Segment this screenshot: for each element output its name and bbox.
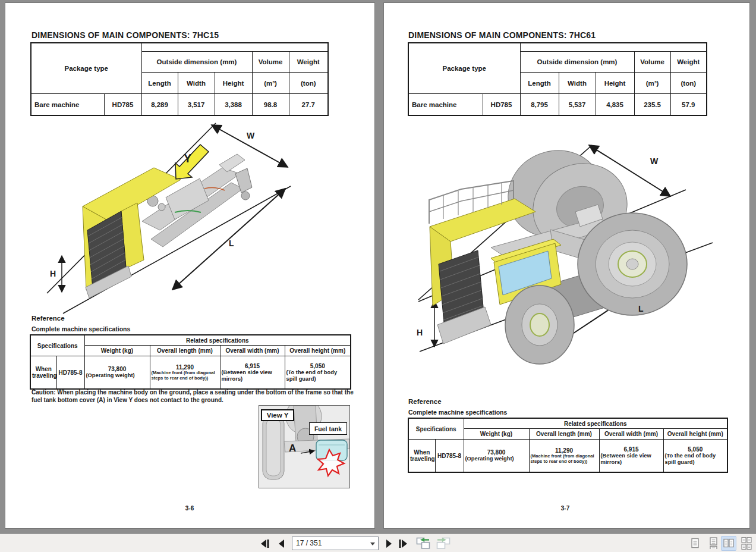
weight-unit-header: (ton) [670,73,707,94]
width-value-cell: 3,517 [178,94,215,116]
continuous-page-icon [708,537,719,550]
single-page-icon [690,537,700,550]
length-data-cell: 11,290 (Machine front (from diagonal ste… [150,356,220,390]
weight-header: Weight [289,52,328,73]
overall-width-col-header: Overall width (mm) [599,429,663,440]
volume-unit-header: (m³) [252,73,289,94]
length-note: (Machine front (from diagonal steps to r… [152,371,219,381]
page-number-value: 17 / 351 [296,539,322,547]
viewer-toolbar: 17 / 351 [0,534,756,552]
height-header: Height [596,73,634,94]
weight-header: Weight [670,52,707,73]
weight-note: (Operating weight) [465,456,528,462]
dim-label-h: H [50,269,56,278]
outside-dimension-header: Outside dimension (mm) [141,52,252,73]
reference-heading: Reference [408,398,442,405]
page-title: DIMENSIONS OF MAIN COMPONENTS: 7HC61 [408,30,596,40]
reference-table: Specifications Related specifications We… [408,418,728,473]
view-y-inset: View Y Fuel tank A [259,405,350,488]
width-header: Width [178,73,215,94]
overall-width-col-header: Overall width (mm) [220,346,285,356]
dim-label-w: W [247,131,254,140]
condition-cell: When traveling [30,356,56,390]
package-name-cell: Bare machine [408,94,483,116]
volume-header: Volume [634,52,670,73]
width-value: 6,915 [601,446,662,453]
last-page-icon [398,539,408,548]
volume-header: Volume [252,52,289,73]
bare-machine-figure [26,117,362,315]
specifications-header: Specifications [30,335,84,356]
height-value-cell: 4,835 [596,94,634,116]
previous-page-button[interactable] [275,537,289,550]
height-value: 5,050 [665,446,726,453]
height-header: Height [215,73,252,94]
empty-strip-cell [141,43,328,52]
width-header: Width [559,73,596,94]
page-number-combobox[interactable]: 17 / 351 [292,537,379,550]
model-cell: HD785-8 [56,356,84,390]
width-note: (Between side view mirrors) [601,453,662,465]
length-value-cell: 8,795 [520,94,559,116]
height-value-cell: 3,388 [215,94,252,116]
package-type-header: Package type [31,43,141,94]
related-specs-header: Related specifications [464,418,727,429]
empty-strip-cell [520,43,707,52]
dim-label-l: L [638,304,644,313]
condition-cell: When traveling [408,440,435,473]
next-page-icon [384,539,393,548]
model-cell: HD785-8 [435,440,464,473]
width-note: (Between side view mirrors) [222,369,284,382]
first-page-icon [260,539,270,548]
history-forward-button[interactable] [436,537,451,550]
reference-heading: Reference [32,315,65,322]
page-number: 3-7 [536,505,595,512]
height-value: 5,050 [286,363,349,369]
width-data-cell: 6,915 (Between side view mirrors) [220,356,285,390]
table-row: When traveling HD785-8 73,800 (Operating… [30,356,351,390]
table-row: Specifications Related specifications [30,335,351,346]
dim-label-w: W [650,156,658,166]
fuel-tank-label: Fuel tank [309,422,347,435]
overall-length-col-header: Overall length (mm) [150,346,220,356]
table-row: Package type [31,43,328,52]
last-page-button[interactable] [396,537,410,550]
length-header: Length [141,73,178,94]
continuous-view-button[interactable] [705,536,721,551]
first-page-button[interactable] [258,537,272,550]
document-page-left[interactable]: DIMENSIONS OF MAIN COMPONENTS: 7HC15 Pac… [5,2,375,529]
weight-unit-header: (ton) [289,73,328,94]
outside-dimension-header: Outside dimension (mm) [520,52,634,73]
dimensions-table: Package type Outside dimension (mm) Volu… [408,42,707,116]
model-cell: HD785 [104,94,141,116]
history-forward-icon [436,537,451,550]
reference-subheading: Complete machine specifications [408,409,507,416]
caution-text: Caution: When placing the machine body o… [32,388,357,404]
package-type-header: Package type [408,43,520,94]
table-row: Specifications Related specifications [408,418,727,429]
table-row: Bare machine HD785 8,289 3,517 3,388 98.… [31,94,328,116]
weight-data-cell: 73,800 (Operating weight) [464,440,529,473]
weight-col-header: Weight (kg) [84,346,150,356]
length-value-cell: 8,289 [141,94,178,116]
overall-length-col-header: Overall length (mm) [529,429,599,440]
height-data-cell: 5,050 (To the end of body spill guard) [663,440,727,473]
part-a-label: A [289,443,296,454]
package-name-cell: Bare machine [31,94,104,116]
weight-value: 73,800 [465,449,528,456]
length-note: (Machine front (from diagonal steps to r… [531,454,598,464]
facing-pages-view-button[interactable] [721,536,736,551]
table-row: When traveling HD785-8 73,800 (Operating… [408,440,727,473]
related-specs-header: Related specifications [84,335,351,346]
next-page-button[interactable] [382,537,396,550]
dim-label-h: H [417,328,423,337]
single-page-view-button[interactable] [687,536,703,551]
volume-unit-header: (m³) [634,73,670,94]
reference-subheading: Complete machine specifications [32,325,130,333]
continuous-facing-icon [741,537,752,550]
document-page-right[interactable]: DIMENSIONS OF MAIN COMPONENTS: 7HC61 Pac… [383,2,750,529]
pdf-viewer-window: DIMENSIONS OF MAIN COMPONENTS: 7HC15 Pac… [0,0,756,552]
page-number: 3-6 [160,505,219,512]
continuous-facing-view-button[interactable] [739,536,754,551]
history-back-button[interactable] [416,537,430,550]
